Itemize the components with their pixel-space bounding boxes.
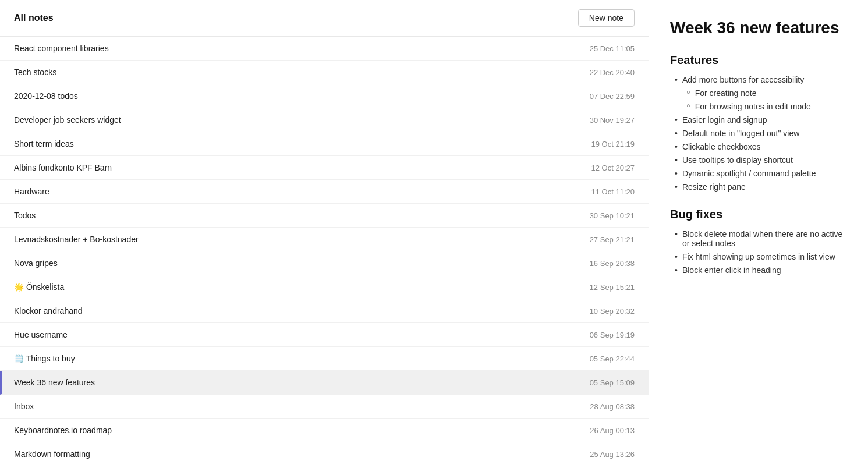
note-date: 27 Sep 21:21 [590,235,635,244]
note-date: 07 Dec 22:59 [590,92,635,101]
note-date: 25 Dec 11:05 [590,44,635,53]
list-item[interactable]: TPC components25 Aug 09:10 [0,466,649,475]
note-title: Levnadskostnader + Bo-kostnader [14,235,139,244]
list-item: Block enter click in heading [675,265,847,275]
new-note-button[interactable]: New note [578,9,635,27]
note-title: Albins fondkonto KPF Barn [14,163,112,172]
list-item[interactable]: Inbox28 Aug 08:38 [0,395,649,419]
note-title: 🌟 Önskelista [14,282,64,292]
note-title: Keyboardnotes.io roadmap [14,426,112,435]
list-item[interactable]: Todos30 Sep 10:21 [0,204,649,228]
list-item: Block delete modal when there are no act… [675,229,847,248]
list-item[interactable]: Tech stocks22 Dec 20:40 [0,61,649,84]
note-title: 2020-12-08 todos [14,91,78,101]
list-item[interactable]: Short term ideas19 Oct 21:19 [0,132,649,156]
note-title: Nova gripes [14,258,58,268]
notes-header: All notes New note [0,0,649,37]
list-item: Use tooltips to display shortcut [675,155,847,165]
notes-list: React component libraries25 Dec 11:05Tec… [0,37,649,475]
note-date: 12 Sep 15:21 [590,283,635,292]
list-item[interactable]: Developer job seekers widget30 Nov 19:27 [0,108,649,132]
note-date: 28 Aug 08:38 [590,402,635,411]
note-date: 19 Oct 21:19 [591,140,635,148]
list-item[interactable]: Hardware11 Oct 11:20 [0,180,649,204]
list-item[interactable]: Klockor andrahand10 Sep 20:32 [0,299,649,323]
notes-list-panel: All notes New note React component libra… [0,0,649,475]
list-item: Clickable checkboxes [675,142,847,151]
list-item[interactable]: 🗒️ Things to buy05 Sep 22:44 [0,347,649,371]
list-item: Default note in "logged out" view [675,129,847,138]
note-title: React component libraries [14,44,109,53]
section-list: Block delete modal when there are no act… [670,229,847,275]
note-date: 30 Nov 19:27 [590,116,635,125]
note-title: Inbox [14,402,34,411]
note-date: 11 Oct 11:20 [591,187,635,196]
note-title: Todos [14,211,36,220]
note-detail-title: Week 36 new features [670,19,847,37]
list-item: For browsing notes in edit mode [675,102,847,111]
note-title: Week 36 new features [14,378,95,387]
list-item[interactable]: 2020-12-08 todos07 Dec 22:59 [0,84,649,108]
note-date: 30 Sep 10:21 [590,211,635,220]
list-item[interactable]: Week 36 new features05 Sep 15:09 [0,371,649,395]
note-detail-content: FeaturesAdd more buttons for accessibili… [670,54,847,275]
list-item: Add more buttons for accessibility [675,75,847,84]
note-title: Klockor andrahand [14,306,83,316]
list-item[interactable]: React component libraries25 Dec 11:05 [0,37,649,61]
list-item[interactable]: Markdown formatting25 Aug 13:26 [0,442,649,466]
note-date: 05 Sep 15:09 [590,378,635,387]
section-heading: Bug fixes [670,208,847,221]
note-date: 16 Sep 20:38 [590,259,635,268]
note-date: 22 Dec 20:40 [590,68,635,77]
list-item[interactable]: Levnadskostnader + Bo-kostnader27 Sep 21… [0,228,649,251]
note-date: 25 Aug 13:26 [590,450,635,459]
note-title: 🗒️ Things to buy [14,354,75,363]
note-title: Developer job seekers widget [14,115,121,125]
note-date: 05 Sep 22:44 [590,355,635,363]
list-item[interactable]: 🌟 Önskelista12 Sep 15:21 [0,275,649,299]
note-date: 10 Sep 20:32 [590,307,635,316]
note-detail-panel: Week 36 new features FeaturesAdd more bu… [649,0,868,475]
all-notes-title: All notes [14,13,54,23]
note-date: 06 Sep 19:19 [590,331,635,339]
list-item: Dynamic spotlight / command palette [675,169,847,178]
note-title: Hardware [14,187,49,196]
note-title: Markdown formatting [14,449,90,459]
section-heading: Features [670,54,847,67]
note-title: Tech stocks [14,68,56,77]
section-list: Add more buttons for accessibilityFor cr… [670,75,847,192]
list-item[interactable]: Keyboardnotes.io roadmap26 Aug 00:13 [0,419,649,442]
list-item: Easier login and signup [675,115,847,125]
list-item: Fix html showing up sometimes in list vi… [675,252,847,261]
note-date: 12 Oct 20:27 [591,164,635,172]
note-date: 26 Aug 00:13 [590,426,635,435]
list-item: Resize right pane [675,182,847,192]
note-title: Hue username [14,330,68,339]
list-item: For creating note [675,88,847,98]
note-title: Short term ideas [14,139,74,148]
list-item[interactable]: Nova gripes16 Sep 20:38 [0,251,649,275]
list-item[interactable]: Hue username06 Sep 19:19 [0,323,649,347]
list-item[interactable]: Albins fondkonto KPF Barn12 Oct 20:27 [0,156,649,180]
